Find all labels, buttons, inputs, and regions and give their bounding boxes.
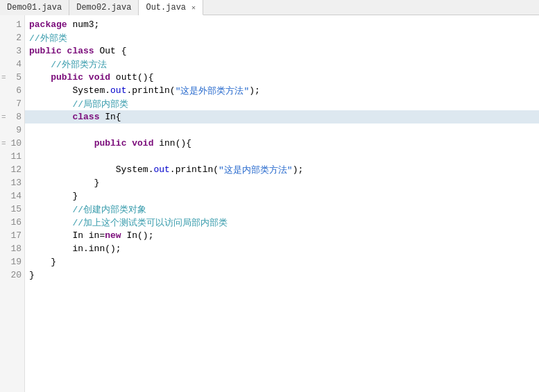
line-number-label: 16 — [10, 217, 22, 228]
line-number-7: 7 — [0, 97, 24, 110]
token-plain: outt(){ — [110, 72, 153, 83]
line-number-19: 19 — [0, 255, 24, 269]
editor-container: 1234=567=89=1011121314151617181920 packa… — [0, 15, 539, 392]
token-plain — [29, 217, 72, 228]
line-number-11: 11 — [0, 150, 24, 163]
line-number-label: 13 — [10, 178, 22, 188]
line-number-8: =8 — [0, 110, 24, 123]
token-plain — [29, 99, 72, 109]
token-kw: new — [105, 230, 121, 241]
token-comment: //局部内部类 — [72, 98, 128, 110]
line-number-20: 20 — [0, 269, 24, 282]
code-line-8: class In{ — [25, 110, 539, 123]
line-number-5: =5 — [0, 71, 24, 84]
token-kw: public class — [29, 46, 94, 56]
code-line-14: } — [25, 189, 539, 203]
code-line-1: package num3; — [25, 18, 539, 31]
line-number-label: 9 — [16, 125, 22, 135]
line-number-10: =10 — [0, 137, 24, 150]
line-number-label: 12 — [10, 164, 22, 175]
token-plain: num3; — [67, 19, 100, 30]
line-number-16: 16 — [0, 216, 24, 229]
tab-outjava[interactable]: Out.java✕ — [139, 0, 203, 15]
code-line-16: //加上这个测试类可以访问局部内部类 — [25, 216, 539, 229]
tab-demo02java[interactable]: Demo02.java — [69, 0, 139, 15]
line-numbers-area: 1234=567=89=1011121314151617181920 — [0, 15, 25, 392]
line-number-label: 8 — [16, 112, 22, 122]
code-line-4: //外部类方法 — [25, 58, 539, 71]
token-plain: In{ — [99, 112, 121, 122]
token-comment: //创建内部类对象 — [72, 203, 146, 216]
token-plain: } — [29, 257, 56, 267]
token-kw: package — [29, 19, 67, 30]
token-plain: } — [29, 270, 35, 280]
line-number-13: 13 — [0, 176, 24, 189]
token-plain: } — [29, 191, 78, 201]
line-number-label: 20 — [10, 270, 22, 280]
token-plain: System. — [29, 85, 110, 96]
line-number-label: 4 — [16, 59, 22, 69]
line-number-label: 10 — [10, 138, 22, 148]
token-plain: In(); — [121, 230, 154, 241]
code-line-11 — [25, 150, 539, 163]
close-tab-icon[interactable]: ✕ — [191, 3, 196, 12]
token-plain: Out { — [94, 46, 127, 56]
line-number-14: 14 — [0, 189, 24, 203]
line-number-1: 1 — [0, 18, 24, 31]
code-area[interactable]: package num3;//外部类public class Out { //外… — [25, 15, 539, 392]
token-comment: //加上这个测试类可以访问局部内部类 — [72, 216, 228, 229]
code-line-9 — [25, 123, 539, 137]
token-plain — [29, 138, 94, 148]
token-kw: public void — [94, 138, 154, 148]
code-line-5: public void outt(){ — [25, 71, 539, 84]
line-number-label: 18 — [10, 244, 22, 254]
code-line-18: in.inn(); — [25, 242, 539, 255]
code-line-15: //创建内部类对象 — [25, 203, 539, 216]
tab-demo01java[interactable]: Demo01.java — [0, 0, 69, 15]
token-string: "这是外部类方法" — [176, 85, 250, 97]
token-plain — [29, 59, 51, 69]
breakpoint-marker: = — [1, 139, 6, 148]
line-number-15: 15 — [0, 203, 24, 216]
line-number-2: 2 — [0, 31, 24, 44]
token-plain: ); — [249, 85, 260, 96]
line-number-label: 14 — [10, 191, 22, 201]
line-number-18: 18 — [0, 242, 24, 255]
token-plain: in.inn(); — [29, 244, 121, 254]
breakpoint-marker: = — [1, 113, 6, 121]
token-comment: //外部类 — [29, 32, 67, 44]
token-field: out — [110, 85, 126, 96]
line-number-label: 5 — [16, 72, 22, 83]
token-plain: In in= — [29, 230, 105, 241]
code-line-10: public void inn(){ — [25, 137, 539, 150]
code-line-19: } — [25, 255, 539, 269]
line-number-6: 6 — [0, 84, 24, 97]
line-number-3: 3 — [0, 44, 24, 58]
line-number-label: 7 — [16, 99, 22, 109]
token-plain — [29, 112, 72, 122]
code-line-2: //外部类 — [25, 31, 539, 44]
line-number-label: 17 — [10, 230, 22, 241]
tab-bar: Demo01.javaDemo02.javaOut.java✕ — [0, 0, 539, 15]
line-number-label: 2 — [16, 33, 22, 43]
line-number-9: 9 — [0, 123, 24, 137]
code-line-7: //局部内部类 — [25, 97, 539, 110]
line-number-label: 15 — [10, 204, 22, 214]
token-plain — [29, 204, 72, 214]
code-line-6: System.out.println("这是外部类方法"); — [25, 84, 539, 97]
line-number-17: 17 — [0, 229, 24, 242]
line-number-label: 11 — [10, 151, 22, 162]
token-plain: inn(){ — [153, 138, 191, 148]
code-line-3: public class Out { — [25, 44, 539, 58]
token-comment: //外部类方法 — [51, 58, 107, 71]
token-kw: class — [72, 112, 99, 122]
line-number-label: 1 — [16, 19, 22, 30]
token-plain: ); — [293, 164, 304, 175]
line-number-4: 4 — [0, 58, 24, 71]
token-field: out — [153, 164, 169, 175]
line-number-label: 19 — [10, 257, 22, 267]
token-plain: .println( — [170, 164, 219, 175]
token-plain — [29, 72, 51, 83]
token-plain: .println( — [126, 85, 175, 96]
code-line-20: } — [25, 269, 539, 282]
